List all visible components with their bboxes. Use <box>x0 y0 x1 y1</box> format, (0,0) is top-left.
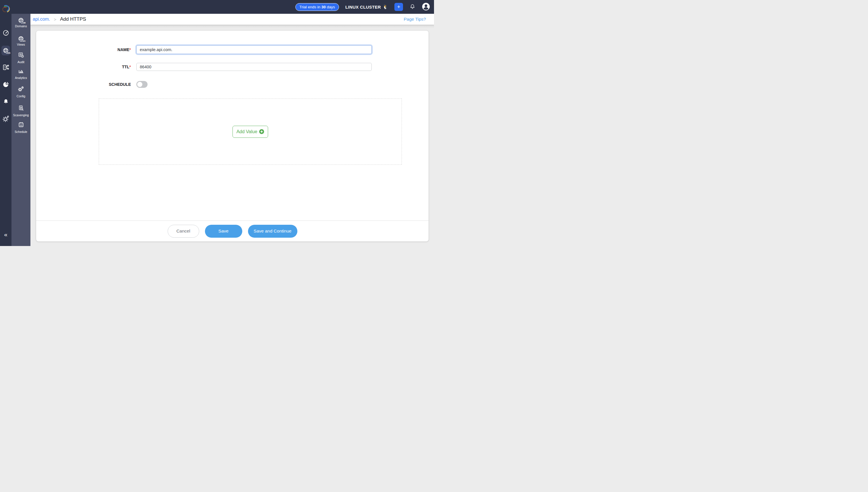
main-area: api.com. > Add HTTPS Page Tips? NAME* TT… <box>30 14 434 246</box>
sidebar-item-label: Views <box>17 43 25 46</box>
avatar-icon <box>422 3 430 11</box>
ttl-label: TTL* <box>36 63 131 71</box>
sidebar-item-domains[interactable]: COM Domains <box>11 17 30 28</box>
sidebar-item-config[interactable]: Config <box>11 85 30 98</box>
add-value-label: Add Value <box>237 129 257 134</box>
rail-item-services[interactable] <box>0 59 11 76</box>
sidebar-item-label: Domains <box>15 24 27 28</box>
save-and-continue-button[interactable]: Save and Continue <box>248 225 297 238</box>
plus-circle-icon <box>259 129 264 134</box>
rail-item-reports[interactable] <box>0 76 11 94</box>
bell-icon <box>409 3 416 10</box>
gears-icon <box>18 85 24 94</box>
donut-chart-icon <box>2 81 9 89</box>
sidebar-item-schedule[interactable]: Schedule <box>11 121 30 133</box>
cluster-name: LINUX CLUSTER 🐧 <box>345 4 388 9</box>
add-button[interactable]: + <box>394 3 403 11</box>
document-search-icon <box>18 105 24 113</box>
breadcrumb: api.com. > Add HTTPS Page Tips? <box>30 14 434 25</box>
sidebar-item-views[interactable]: VIEWS Views <box>11 35 30 46</box>
bell-filled-icon <box>3 98 9 106</box>
values-dropzone: Add Value <box>99 98 402 165</box>
settings-gear-wrench-icon <box>2 115 9 124</box>
services-tree-icon <box>2 64 9 72</box>
dns-globe-label: DNS <box>6 52 10 54</box>
toggle-knob <box>137 82 142 87</box>
calendar-icon <box>18 121 24 129</box>
penguin-emoji: 🐧 <box>382 4 388 9</box>
sidebar-item-label: Schedule <box>15 130 27 133</box>
breadcrumb-parent-link[interactable]: api.com. <box>33 17 50 22</box>
dns-globe-icon: DNS <box>3 47 9 54</box>
required-asterisk: * <box>129 65 131 69</box>
top-bar: Trial ends in 30 days LINUX CLUSTER 🐧 + <box>0 0 434 14</box>
trial-badge-suffix: days <box>326 5 335 9</box>
trial-badge-prefix: Trial ends in <box>299 5 321 9</box>
save-button[interactable]: Save <box>205 225 242 238</box>
trial-badge-days: 30 <box>321 5 326 9</box>
content-area: NAME* TTL* SCHEDULE Add Value <box>30 25 434 246</box>
rail-nav: DNS <box>0 25 11 128</box>
schedule-toggle[interactable] <box>137 81 148 88</box>
rail-item-settings[interactable] <box>0 111 11 128</box>
schedule-label: SCHEDULE <box>36 80 131 89</box>
audit-log-icon <box>18 52 24 59</box>
sidebar-item-label: Audit <box>18 60 24 64</box>
dashboard-gauge-icon <box>2 29 9 38</box>
sidebar-collapse-button[interactable]: « <box>0 231 11 238</box>
add-value-button[interactable]: Add Value <box>232 126 268 138</box>
sidebar-item-scavenging[interactable]: Scavenging <box>11 105 30 117</box>
sidebar-item-analytics[interactable]: Analytics <box>11 68 30 79</box>
globe-com-icon: COM <box>18 17 24 24</box>
rail-item-notifications[interactable] <box>0 94 11 111</box>
globe-views-label: VIEWS <box>20 40 26 42</box>
cluster-name-text: LINUX CLUSTER <box>345 5 381 9</box>
ttl-input[interactable] <box>137 63 372 71</box>
user-menu-button[interactable] <box>422 3 430 11</box>
rail-item-dashboard[interactable] <box>0 25 11 42</box>
cancel-button[interactable]: Cancel <box>168 225 199 238</box>
page-title: Add HTTPS <box>60 16 86 22</box>
bar-chart-icon <box>18 68 24 75</box>
trial-badge[interactable]: Trial ends in 30 days <box>295 3 339 11</box>
sidebar-item-label: Config <box>17 94 25 98</box>
required-asterisk: * <box>129 47 131 52</box>
record-form-card: NAME* TTL* SCHEDULE Add Value <box>36 31 428 241</box>
sidebar-item-label: Analytics <box>15 76 27 79</box>
page-tips-link[interactable]: Page Tips? <box>403 17 426 22</box>
globe-com-label: COM <box>21 22 26 24</box>
sidebar-item-label: Scavenging <box>13 114 29 117</box>
sidebar-item-audit[interactable]: Audit <box>11 52 30 64</box>
active-item-highlight: DNS <box>1 46 10 55</box>
app-logo[interactable] <box>1 4 11 13</box>
breadcrumb-separator: > <box>54 17 56 22</box>
name-label: NAME* <box>36 45 131 54</box>
primary-sidebar: DNS <box>0 0 11 246</box>
rail-item-dns[interactable]: DNS <box>0 42 11 59</box>
form-footer: Cancel Save Save and Continue <box>36 220 428 241</box>
app-window: Trial ends in 30 days LINUX CLUSTER 🐧 + <box>0 0 434 246</box>
notifications-button[interactable] <box>409 3 416 10</box>
secondary-sidebar: COM Domains VIEWS Views <box>11 14 30 246</box>
name-input[interactable] <box>137 45 372 54</box>
globe-views-icon: VIEWS <box>18 35 24 42</box>
